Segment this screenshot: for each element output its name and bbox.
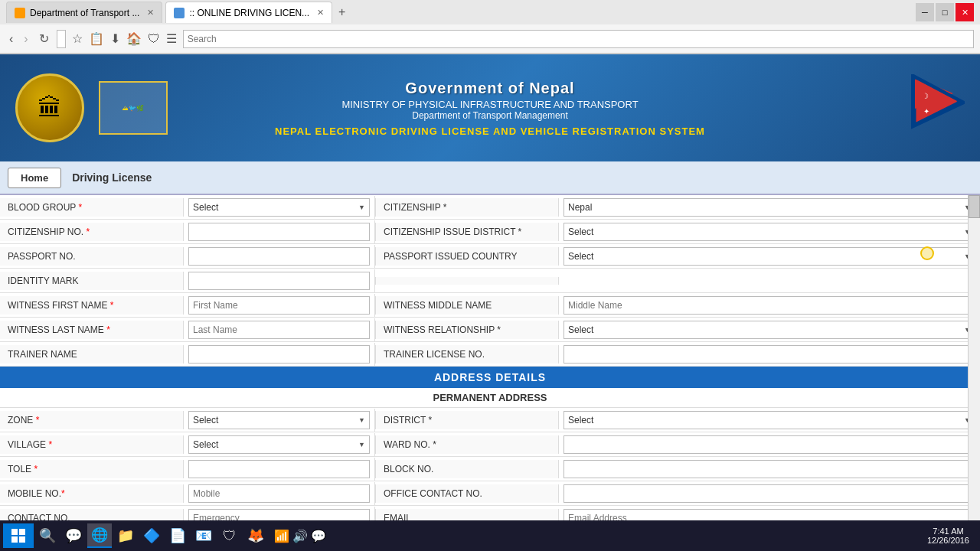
- district-select[interactable]: Select: [564, 411, 975, 429]
- header-title-block: Government of Nepal MINISTRY OF PHYSICAL…: [275, 80, 705, 137]
- row-witness-first: WITNESS FIRST NAME * WITNESS MIDDLE NAME: [0, 293, 980, 318]
- tab-2-close[interactable]: ✕: [317, 8, 324, 18]
- label-witness-relationship: WITNESS RELATIONSHIP *: [375, 321, 559, 339]
- input-trainer-name: [184, 343, 375, 366]
- tab-1[interactable]: Department of Transport ... ✕: [6, 2, 162, 23]
- taskbar-firefox-icon[interactable]: 🦊: [243, 523, 268, 548]
- minimize-button[interactable]: ─: [916, 3, 934, 21]
- header-right: ☽ ✦: [911, 74, 965, 142]
- tab-2-icon: [174, 8, 185, 18]
- input-citizenship-issue-district: Select: [559, 220, 980, 243]
- witness-middle-name-field[interactable]: [564, 296, 975, 315]
- home-nav-button[interactable]: Home: [8, 168, 61, 188]
- scrollbar[interactable]: [968, 195, 980, 547]
- svg-rect-6: [11, 529, 18, 535]
- input-empty: [559, 279, 980, 283]
- start-button[interactable]: [3, 523, 34, 548]
- citizenship-issue-district-select[interactable]: Select: [564, 223, 975, 241]
- tole-field[interactable]: [188, 460, 370, 478]
- input-witness-middle-name: [559, 294, 980, 317]
- close-button[interactable]: ✕: [956, 3, 974, 21]
- dept-name: Department of Transport Management: [275, 110, 705, 121]
- input-passport-no: [184, 245, 375, 268]
- label-witness-last-name: WITNESS LAST NAME *: [0, 321, 184, 339]
- scrollbar-thumb[interactable]: [969, 195, 980, 218]
- input-identity-mark: [184, 269, 375, 292]
- clock-date: 12/26/2016: [927, 536, 969, 545]
- maximize-button[interactable]: □: [936, 3, 954, 21]
- address-details-header: ADDRESS DETAILS: [0, 367, 980, 388]
- taskbar-word-icon[interactable]: 📄: [165, 523, 190, 548]
- taskbar-ie-icon[interactable]: 🌐: [87, 523, 112, 548]
- search-input[interactable]: [183, 30, 974, 48]
- citizenship-select[interactable]: Nepal: [564, 198, 975, 217]
- input-zone: Select: [184, 409, 375, 432]
- new-tab-button[interactable]: +: [335, 5, 348, 19]
- row-witness-last: WITNESS LAST NAME * WITNESS RELATIONSHIP…: [0, 318, 980, 342]
- logo: 🏛: [15, 73, 84, 142]
- page-content: 🏛 ⛰🐦🌿 Government of Nepal MINISTRY OF PH…: [0, 54, 980, 547]
- taskbar-explorer-icon[interactable]: 📁: [113, 523, 138, 548]
- taskbar-search-icon[interactable]: 🔍: [35, 523, 60, 548]
- tab-2-label: :: ONLINE DRIVING LICEN...: [189, 8, 309, 18]
- ward-no-field[interactable]: [564, 435, 975, 454]
- home-icon[interactable]: 🏠: [125, 30, 143, 47]
- village-select[interactable]: Select: [188, 435, 370, 454]
- input-ward-no: [559, 433, 980, 456]
- label-village: VILLAGE *: [0, 435, 184, 454]
- taskbar-cortana-icon[interactable]: 💬: [61, 523, 86, 548]
- witness-first-name-field[interactable]: [188, 296, 370, 315]
- shield-icon[interactable]: 🛡: [146, 31, 162, 47]
- forward-button[interactable]: ›: [21, 31, 31, 47]
- zone-select[interactable]: Select: [188, 411, 370, 429]
- office-contact-no-field[interactable]: [564, 484, 975, 503]
- download-icon[interactable]: ⬇: [109, 30, 122, 47]
- label-ward-no: WARD NO. *: [375, 435, 559, 454]
- passport-issued-country-select[interactable]: Select: [564, 247, 975, 266]
- browser-chrome: Department of Transport ... ✕ :: ONLINE …: [0, 0, 980, 54]
- identity-mark-field[interactable]: [188, 272, 370, 290]
- input-citizenship: Nepal: [559, 196, 980, 219]
- row-mobile-office: MOBILE NO.* OFFICE CONTACT NO.: [0, 481, 980, 506]
- input-trainer-license-no: [559, 343, 980, 366]
- svg-rect-7: [19, 529, 25, 535]
- row-trainer: TRAINER NAME TRAINER LICENSE NO.: [0, 342, 980, 367]
- taskbar-outlook-icon[interactable]: 📧: [191, 523, 216, 548]
- trainer-name-field[interactable]: [188, 345, 370, 364]
- witness-last-name-field[interactable]: [188, 321, 370, 339]
- title-bar: Department of Transport ... ✕ :: ONLINE …: [0, 0, 980, 24]
- tab-1-icon: [15, 8, 25, 18]
- form-container: BLOOD GROUP * Select CITIZENSHIP * N: [0, 195, 980, 547]
- bookmark-icon[interactable]: 📋: [87, 30, 106, 47]
- permanent-address-header: PERMANENT ADDRESS: [0, 388, 980, 408]
- taskbar-clock: 7:41 AM 12/26/2016: [920, 527, 977, 545]
- blood-group-select[interactable]: Select: [188, 198, 370, 217]
- citizenship-no-field[interactable]: [188, 223, 370, 241]
- address-bar-row: ‹ › ↻ ☆ 📋 ⬇ 🏠 🛡 ☰: [0, 24, 980, 54]
- row-zone-district: ZONE * Select DISTRICT * Select: [0, 408, 980, 432]
- label-citizenship: CITIZENSHIP *: [375, 198, 559, 217]
- refresh-button[interactable]: ↻: [36, 30, 52, 47]
- passport-no-field[interactable]: [188, 247, 370, 266]
- mobile-no-field[interactable]: [188, 484, 370, 503]
- row-passport: PASSPORT NO. PASSPORT ISSUED COUNTRY Sel…: [0, 244, 980, 269]
- form-section-main: BLOOD GROUP * Select CITIZENSHIP * N: [0, 195, 980, 547]
- label-mobile-no: MOBILE NO.*: [0, 484, 184, 503]
- taskbar-edge-icon[interactable]: 🔷: [139, 523, 164, 548]
- address-bar[interactable]: [57, 30, 66, 48]
- input-district: Select: [559, 409, 980, 432]
- input-blood-group: Select: [184, 196, 375, 219]
- label-citizenship-no: CITIZENSHIP NO. *: [0, 223, 184, 241]
- witness-relationship-select[interactable]: Select: [564, 321, 975, 339]
- taskbar-mcafee-icon[interactable]: 🛡: [217, 523, 242, 548]
- driving-license-nav-link[interactable]: Driving License: [64, 168, 159, 187]
- tab-1-close[interactable]: ✕: [147, 8, 154, 18]
- trainer-license-no-field[interactable]: [564, 345, 975, 364]
- block-no-field[interactable]: [564, 460, 975, 478]
- system-name: NEPAL ELECTRONIC DRIVING LICENSE AND VEH…: [275, 126, 705, 137]
- tab-2[interactable]: :: ONLINE DRIVING LICEN... ✕: [165, 2, 332, 23]
- star-icon[interactable]: ☆: [70, 30, 84, 47]
- back-button[interactable]: ‹: [6, 31, 16, 47]
- menu-icon[interactable]: ☰: [165, 30, 178, 47]
- input-passport-issued-country: Select: [559, 245, 980, 268]
